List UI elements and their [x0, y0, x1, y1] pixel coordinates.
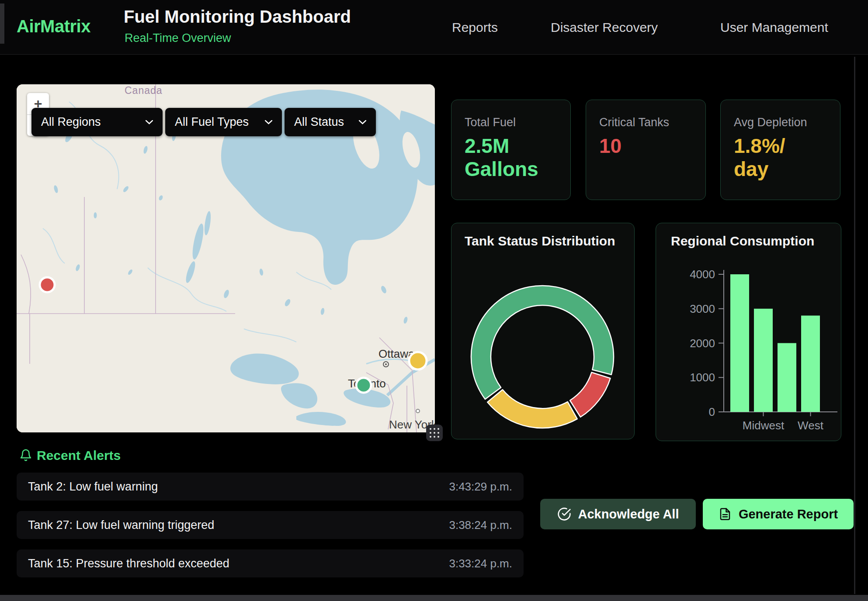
- acknowledge-all-button[interactable]: Acknowledge All: [540, 499, 696, 529]
- fuel-type-filter-select[interactable]: All Fuel Types: [165, 108, 282, 136]
- brand-logo: AirMatrix: [17, 17, 90, 36]
- map-marker-normal[interactable]: [356, 378, 371, 393]
- stat-label: Avg Depletion: [734, 116, 827, 129]
- map-label-canada: Canada: [125, 85, 163, 96]
- map-canvas[interactable]: Canada Ottawa Toronto New York: [17, 84, 435, 432]
- stat-card-avg-depletion: Avg Depletion 1.8%/ day: [720, 100, 840, 200]
- generate-report-button[interactable]: Generate Report: [703, 499, 854, 529]
- page-title: Fuel Monitoring Dashboard: [124, 7, 351, 27]
- status-filter-value: All Status: [294, 115, 344, 129]
- alert-message: Tank 15: Pressure threshold exceeded: [28, 557, 229, 570]
- alerts-heading: Recent Alerts: [37, 448, 121, 463]
- region-filter-select[interactable]: All Regions: [31, 108, 163, 136]
- map-marker-warning[interactable]: [409, 352, 427, 370]
- region-filter-value: All Regions: [41, 115, 101, 129]
- status-filter-select[interactable]: All Status: [285, 108, 376, 136]
- alert-message: Tank 27: Low fuel warning triggered: [28, 518, 214, 532]
- alert-row[interactable]: Tank 27: Low fuel warning triggered 3:38…: [17, 511, 524, 539]
- stat-label: Total Fuel: [465, 116, 557, 129]
- check-circle-icon: [557, 507, 571, 521]
- alert-timestamp: 3:33:24 p.m.: [449, 557, 512, 570]
- window-bottom-strip: [0, 595, 868, 601]
- donut-segment-critical: [570, 372, 610, 417]
- bar: [730, 274, 749, 412]
- bar: [801, 316, 820, 412]
- window-edge-strip: [0, 3, 4, 44]
- fuel-filter-value: All Fuel Types: [175, 115, 249, 129]
- bar: [754, 309, 773, 412]
- scrollbar-track[interactable]: [854, 57, 855, 594]
- nav-item-user-management[interactable]: User Management: [720, 20, 828, 35]
- stat-value: 10: [599, 135, 689, 158]
- page-subtitle: Real-Time Overview: [125, 31, 231, 45]
- map-marker-critical[interactable]: [40, 277, 55, 292]
- stat-value: 2.5M Gallons: [465, 135, 554, 181]
- donut-chart: [451, 223, 635, 440]
- alert-row[interactable]: Tank 2: Low fuel warning 3:43:29 p.m.: [17, 473, 524, 501]
- alert-message: Tank 2: Low fuel warning: [28, 480, 158, 494]
- tank-status-card: Tank Status Distribution: [451, 223, 635, 439]
- y-tick-label: 2000: [690, 337, 715, 350]
- bar-chart: 01000200030004000MidwestWest: [656, 223, 842, 442]
- alert-timestamp: 3:38:24 p.m.: [449, 518, 512, 532]
- stat-label: Critical Tanks: [599, 116, 692, 129]
- chevron-down-icon: [359, 120, 366, 124]
- generate-report-label: Generate Report: [739, 507, 838, 522]
- regional-consumption-card: Regional Consumption 01000200030004000Mi…: [656, 223, 841, 441]
- header: AirMatrix Fuel Monitoring Dashboard Real…: [0, 0, 868, 55]
- y-tick-label: 3000: [690, 302, 715, 315]
- map-resize-grip[interactable]: [426, 425, 443, 441]
- stat-card-total-fuel: Total Fuel 2.5M Gallons: [451, 100, 571, 200]
- chevron-down-icon: [265, 120, 272, 124]
- y-tick-label: 1000: [690, 371, 715, 384]
- alert-row[interactable]: Tank 15: Pressure threshold exceeded 3:3…: [17, 549, 524, 577]
- x-tick-label: West: [798, 419, 824, 432]
- donut-segment-warning: [487, 390, 577, 428]
- bell-icon: [19, 448, 32, 462]
- y-tick-label: 4000: [690, 268, 715, 281]
- stat-value: 1.8%/ day: [734, 135, 823, 181]
- nav-item-reports[interactable]: Reports: [452, 20, 498, 35]
- bar: [778, 343, 796, 412]
- file-text-icon: [719, 508, 732, 521]
- chevron-down-icon: [146, 120, 153, 124]
- x-tick-label: Midwest: [743, 419, 785, 432]
- y-tick-label: 0: [709, 405, 715, 418]
- alert-timestamp: 3:43:29 p.m.: [449, 480, 512, 494]
- map-panel: Canada Ottawa Toronto New York + − All R…: [17, 84, 435, 432]
- stat-card-critical-tanks: Critical Tanks 10: [586, 100, 706, 200]
- acknowledge-all-label: Acknowledge All: [578, 507, 679, 522]
- nav-item-disaster-recovery[interactable]: Disaster Recovery: [551, 20, 658, 35]
